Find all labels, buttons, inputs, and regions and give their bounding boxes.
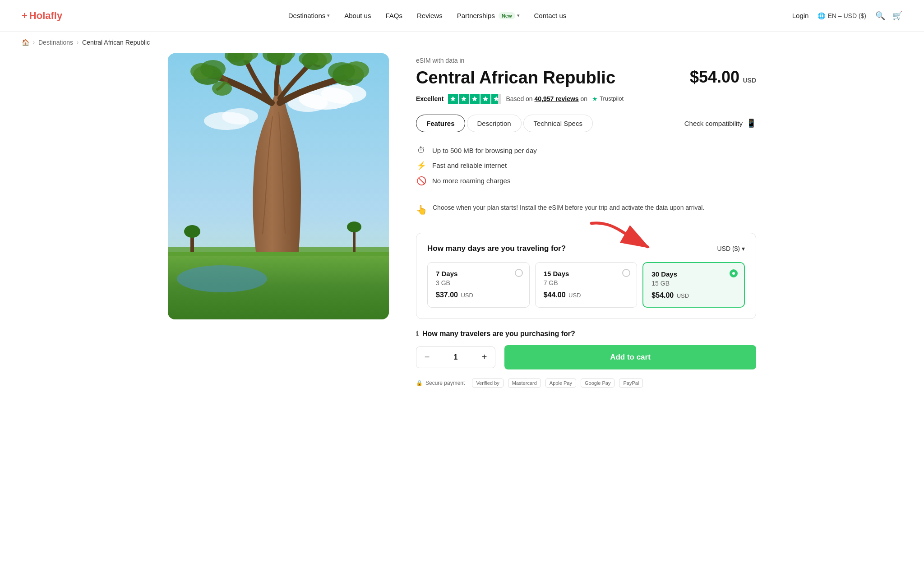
plan-card-15[interactable]: 15 Days 7 GB $44.00 USD: [535, 262, 638, 308]
hand-icon: 👆: [416, 203, 427, 217]
breadcrumb-sep-1: ›: [33, 39, 35, 46]
product-title: Central African Republic: [416, 68, 615, 88]
plans-question: How many days are you traveling for?: [427, 244, 566, 253]
plan-note: 👆 Choose when your plan starts! Install …: [416, 198, 756, 222]
plan-radio-15: [622, 269, 630, 277]
svg-point-12: [212, 81, 232, 96]
plan-radio-30: [730, 269, 738, 277]
breadcrumb-current: Central African Republic: [82, 39, 150, 46]
svg-point-5: [222, 108, 258, 125]
star-1: [448, 94, 458, 104]
login-link[interactable]: Login: [792, 12, 809, 19]
tab-technical[interactable]: Technical Specs: [523, 115, 593, 132]
trustpilot-logo: ★ Trustpilot: [592, 95, 624, 102]
breadcrumb-sep-2: ›: [77, 39, 79, 46]
phone-check-icon: 📱: [746, 118, 756, 128]
plan-price-30: $54.00 USD: [651, 291, 736, 300]
travelers-section: ℹ How many travelers are you purchasing …: [416, 330, 756, 369]
tab-features[interactable]: Features: [416, 115, 465, 132]
timer-icon: ⏱: [416, 146, 427, 155]
breadcrumb: 🏠 › Destinations › Central African Repub…: [0, 32, 924, 53]
plans-section: How many days are you traveling for? USD…: [416, 233, 756, 319]
currency-selector[interactable]: USD ($) ▾: [717, 245, 745, 252]
logo-text: Holafly: [29, 10, 62, 22]
svg-point-26: [184, 225, 200, 238]
nav-links: Destinations ▾ About us FAQs Reviews Par…: [288, 12, 567, 19]
add-to-cart-button[interactable]: Add to cart: [504, 345, 756, 369]
no-roaming-icon: 🚫: [416, 176, 427, 186]
chevron-down-icon: ▾: [327, 13, 330, 18]
price-amount: $54.00: [690, 68, 739, 86]
payment-row: 🔒 Secure payment Verified by Mastercard …: [416, 379, 756, 388]
svg-point-7: [177, 265, 267, 292]
logo-link[interactable]: + Holafly: [22, 10, 62, 22]
plan-card-30[interactable]: 30 Days 15 GB $54.00 USD: [642, 262, 745, 308]
nav-destinations[interactable]: Destinations ▾: [288, 12, 330, 19]
nav-contact[interactable]: Contact us: [534, 12, 567, 19]
product-image-container: [168, 53, 389, 319]
verified-by: Verified by: [472, 379, 503, 388]
locale-selector[interactable]: 🌐 EN – USD ($): [818, 12, 866, 19]
svg-point-24: [328, 62, 355, 80]
nav-faqs[interactable]: FAQs: [385, 12, 402, 19]
quantity-minus-button[interactable]: −: [416, 346, 438, 368]
list-item: ⚡ Fast and reliable internet: [416, 158, 756, 173]
price-currency: USD: [743, 77, 756, 84]
main-container: eSIM with data in Central African Republ…: [146, 53, 778, 406]
trustpilot-review-link[interactable]: 40,957 reviews: [535, 95, 579, 102]
info-icon: ℹ: [416, 330, 419, 338]
payment-icons: Verified by Mastercard Apple Pay Google …: [472, 379, 643, 388]
logo-icon: +: [22, 10, 28, 22]
mastercard-badge: Mastercard: [508, 379, 541, 388]
plan-days-30: 30 Days: [651, 270, 736, 278]
globe-icon: 🌐: [818, 12, 825, 19]
check-compatibility-button[interactable]: Check compatibility 📱: [684, 118, 756, 128]
breadcrumb-destinations[interactable]: Destinations: [38, 39, 73, 46]
trustpilot-review-text: Based on 40,957 reviews on: [506, 95, 587, 102]
product-header: Central African Republic $54.00 USD: [416, 68, 756, 88]
cart-icon[interactable]: 🛒: [892, 11, 902, 21]
nav-about[interactable]: About us: [344, 12, 371, 19]
breadcrumb-home[interactable]: 🏠: [22, 39, 29, 46]
svg-point-2: [321, 84, 366, 104]
partnerships-badge: New: [499, 12, 515, 19]
list-item: 🚫 No more roaming charges: [416, 173, 756, 189]
plan-days-7: 7 Days: [436, 270, 521, 277]
product-price: $54.00 USD: [690, 68, 756, 87]
chevron-down-icon: ▾: [517, 13, 520, 18]
trustpilot-row: Excellent Based on 40,957 reviews on ★ T…: [416, 94, 756, 104]
plan-card-7[interactable]: 7 Days 3 GB $37.00 USD: [427, 262, 530, 308]
tabs-row: Features Description Technical Specs Che…: [416, 115, 756, 132]
trustpilot-excellent: Excellent: [416, 95, 444, 102]
plan-price-15: $44.00 USD: [544, 291, 629, 299]
product-image: [168, 53, 389, 319]
list-item: ⏱ Up to 500 MB for browsing per day: [416, 143, 756, 158]
plan-price-7: $37.00 USD: [436, 291, 521, 299]
plan-gb-7: 3 GB: [436, 279, 521, 286]
shield-icon: 🔒: [416, 380, 423, 386]
nav-reviews[interactable]: Reviews: [417, 12, 443, 19]
bolt-icon: ⚡: [416, 161, 427, 171]
product-details: eSIM with data in Central African Republ…: [416, 53, 756, 388]
travelers-label: ℹ How many travelers are you purchasing …: [416, 330, 756, 338]
tabs: Features Description Technical Specs: [416, 115, 593, 132]
applepay-badge: Apple Pay: [545, 379, 576, 388]
plan-gb-30: 15 GB: [651, 280, 736, 287]
star-5: [491, 94, 501, 104]
baobab-illustration: [168, 53, 389, 319]
trustpilot-stars: [448, 94, 501, 104]
nav-icons: 🔍 🛒: [875, 11, 902, 21]
tab-description[interactable]: Description: [467, 115, 522, 132]
navbar: + Holafly Destinations ▾ About us FAQs R…: [0, 0, 924, 32]
payment-secure: 🔒 Secure payment: [416, 380, 465, 386]
nav-right: Login 🌐 EN – USD ($) 🔍 🛒: [792, 11, 902, 21]
chevron-down-icon: ▾: [742, 245, 745, 252]
plan-days-15: 15 Days: [544, 270, 629, 277]
features-list: ⏱ Up to 500 MB for browsing per day ⚡ Fa…: [416, 143, 756, 189]
quantity-add-row: − 1 + Add to cart: [416, 345, 756, 369]
nav-partnerships[interactable]: Partnerships New ▾: [457, 12, 520, 19]
quantity-plus-button[interactable]: +: [474, 346, 495, 368]
search-icon[interactable]: 🔍: [875, 11, 885, 21]
svg-point-11: [200, 60, 226, 78]
trustpilot-star-icon: ★: [592, 95, 598, 102]
